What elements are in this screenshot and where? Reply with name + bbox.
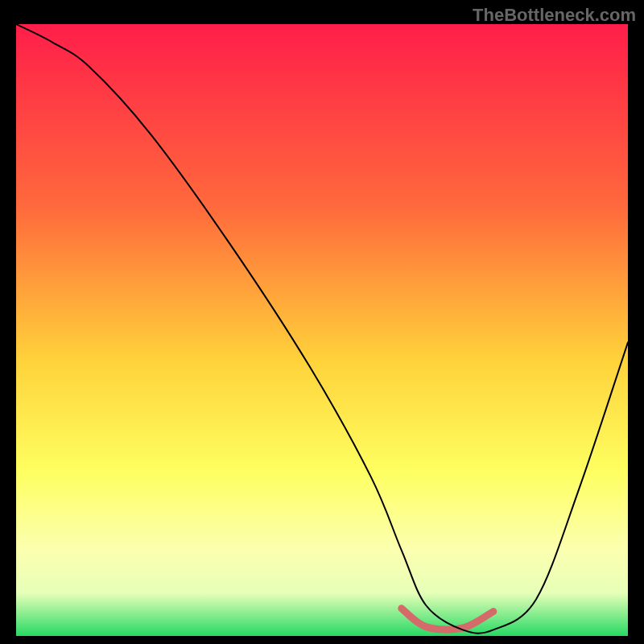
chart-plot-area xyxy=(16,24,628,636)
chart-svg xyxy=(16,24,628,636)
gradient-background xyxy=(16,24,628,636)
watermark-text: TheBottleneck.com xyxy=(473,5,636,26)
chart-frame: TheBottleneck.com xyxy=(0,0,644,644)
